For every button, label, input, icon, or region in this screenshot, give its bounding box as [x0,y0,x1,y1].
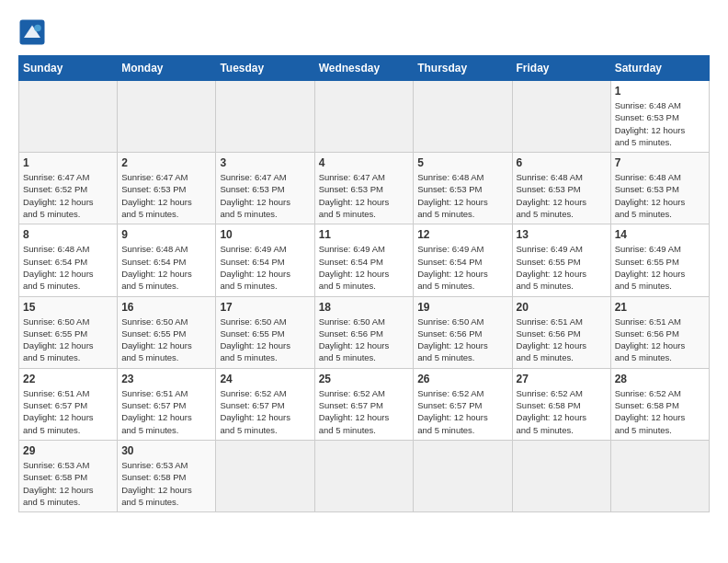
day-info: Sunrise: 6:47 AM Sunset: 6:53 PM Dayligh… [319,171,410,220]
day-info: Sunrise: 6:50 AM Sunset: 6:55 PM Dayligh… [121,316,211,364]
header-cell-sunday: Sunday [19,56,118,81]
calendar-cell: 3 Sunrise: 6:47 AM Sunset: 6:53 PM Dayli… [216,153,314,224]
day-info: Sunrise: 6:50 AM Sunset: 6:56 PM Dayligh… [417,316,507,364]
day-info: Sunrise: 6:48 AM Sunset: 6:53 PM Dayligh… [517,171,607,220]
header-cell-saturday: Saturday [610,56,709,81]
calendar-cell: 5 Sunrise: 6:48 AM Sunset: 6:53 PM Dayli… [414,153,512,224]
calendar-cell: 16 Sunrise: 6:50 AM Sunset: 6:55 PM Dayl… [118,296,216,368]
svg-point-2 [34,25,41,32]
day-number: 11 [319,228,410,241]
logo [18,18,48,46]
day-number: 25 [319,373,410,385]
day-number: 30 [121,444,211,457]
page-header [18,18,710,46]
day-number: 3 [220,156,310,169]
calendar-cell [414,440,512,511]
calendar-cell [610,440,709,511]
day-number: 20 [517,301,607,314]
calendar-cell [314,81,414,153]
day-info: Sunrise: 6:49 AM Sunset: 6:54 PM Dayligh… [220,243,310,292]
day-info: Sunrise: 6:47 AM Sunset: 6:52 PM Dayligh… [23,171,113,220]
calendar-table: SundayMondayTuesdayWednesdayThursdayFrid… [18,55,710,512]
day-info: Sunrise: 6:51 AM Sunset: 6:56 PM Dayligh… [517,316,607,364]
day-number: 29 [23,444,113,457]
day-number: 2 [121,156,211,169]
calendar-cell: 27 Sunrise: 6:52 AM Sunset: 6:58 PM Dayl… [512,368,610,440]
day-number: 5 [417,156,507,169]
calendar-cell: 2 Sunrise: 6:47 AM Sunset: 6:53 PM Dayli… [118,153,216,224]
day-number: 28 [615,373,705,385]
calendar-cell [512,440,610,511]
calendar-cell: 21 Sunrise: 6:51 AM Sunset: 6:56 PM Dayl… [610,296,709,368]
day-info: Sunrise: 6:49 AM Sunset: 6:54 PM Dayligh… [417,243,507,292]
week-row-1: 1 Sunrise: 6:48 AM Sunset: 6:53 PM Dayli… [19,81,710,153]
day-info: Sunrise: 6:49 AM Sunset: 6:54 PM Dayligh… [319,243,410,292]
header-cell-friday: Friday [512,56,610,81]
calendar-cell: 19 Sunrise: 6:50 AM Sunset: 6:56 PM Dayl… [414,296,512,368]
header-cell-thursday: Thursday [414,56,512,81]
day-number: 16 [121,301,211,314]
week-row-5: 22 Sunrise: 6:51 AM Sunset: 6:57 PM Dayl… [19,368,710,440]
day-info: Sunrise: 6:52 AM Sunset: 6:58 PM Dayligh… [615,387,705,436]
calendar-cell [512,81,610,153]
day-info: Sunrise: 6:51 AM Sunset: 6:57 PM Dayligh… [23,387,113,436]
day-number: 14 [615,228,705,241]
calendar-cell: 1 Sunrise: 6:47 AM Sunset: 6:52 PM Dayli… [19,153,118,224]
day-number: 26 [417,373,507,385]
day-number: 12 [417,228,507,241]
day-info: Sunrise: 6:48 AM Sunset: 6:53 PM Dayligh… [615,99,705,148]
day-info: Sunrise: 6:53 AM Sunset: 6:58 PM Dayligh… [23,459,113,508]
calendar-cell: 22 Sunrise: 6:51 AM Sunset: 6:57 PM Dayl… [19,368,118,440]
day-number: 13 [517,228,607,241]
day-info: Sunrise: 6:50 AM Sunset: 6:55 PM Dayligh… [220,316,310,364]
day-number: 1 [615,85,705,98]
day-number: 10 [220,228,310,241]
calendar-cell: 11 Sunrise: 6:49 AM Sunset: 6:54 PM Dayl… [314,224,414,296]
calendar-cell: 18 Sunrise: 6:50 AM Sunset: 6:56 PM Dayl… [314,296,414,368]
calendar-cell: 17 Sunrise: 6:50 AM Sunset: 6:55 PM Dayl… [216,296,314,368]
calendar-cell: 24 Sunrise: 6:52 AM Sunset: 6:57 PM Dayl… [216,368,314,440]
day-number: 9 [121,228,211,241]
calendar-cell [314,440,414,511]
calendar-cell: 29 Sunrise: 6:53 AM Sunset: 6:58 PM Dayl… [19,440,118,511]
day-info: Sunrise: 6:52 AM Sunset: 6:57 PM Dayligh… [319,387,410,436]
calendar-cell [19,81,118,153]
day-number: 27 [517,373,607,385]
day-number: 18 [319,301,410,314]
day-number: 17 [220,301,310,314]
header-cell-monday: Monday [118,56,216,81]
calendar-cell: 1 Sunrise: 6:48 AM Sunset: 6:53 PM Dayli… [610,81,709,153]
calendar-cell: 9 Sunrise: 6:48 AM Sunset: 6:54 PM Dayli… [118,224,216,296]
calendar-cell [216,440,314,511]
calendar-cell: 25 Sunrise: 6:52 AM Sunset: 6:57 PM Dayl… [314,368,414,440]
day-info: Sunrise: 6:48 AM Sunset: 6:53 PM Dayligh… [615,171,705,220]
calendar-cell: 15 Sunrise: 6:50 AM Sunset: 6:55 PM Dayl… [19,296,118,368]
calendar-cell: 7 Sunrise: 6:48 AM Sunset: 6:53 PM Dayli… [610,153,709,224]
calendar-cell: 12 Sunrise: 6:49 AM Sunset: 6:54 PM Dayl… [414,224,512,296]
day-number: 15 [23,301,113,314]
day-info: Sunrise: 6:49 AM Sunset: 6:55 PM Dayligh… [517,243,607,292]
header-cell-wednesday: Wednesday [314,56,414,81]
day-number: 4 [319,156,410,169]
day-info: Sunrise: 6:51 AM Sunset: 6:57 PM Dayligh… [121,387,211,436]
calendar-cell [414,81,512,153]
week-row-4: 15 Sunrise: 6:50 AM Sunset: 6:55 PM Dayl… [19,296,710,368]
day-number: 21 [615,301,705,314]
day-info: Sunrise: 6:47 AM Sunset: 6:53 PM Dayligh… [121,171,211,220]
day-info: Sunrise: 6:51 AM Sunset: 6:56 PM Dayligh… [615,316,705,364]
day-number: 19 [417,301,507,314]
day-number: 23 [121,373,211,385]
calendar-cell: 14 Sunrise: 6:49 AM Sunset: 6:55 PM Dayl… [610,224,709,296]
header-cell-tuesday: Tuesday [216,56,314,81]
header-row: SundayMondayTuesdayWednesdayThursdayFrid… [19,56,710,81]
week-row-3: 8 Sunrise: 6:48 AM Sunset: 6:54 PM Dayli… [19,224,710,296]
day-number: 22 [23,373,113,385]
calendar-cell: 13 Sunrise: 6:49 AM Sunset: 6:55 PM Dayl… [512,224,610,296]
calendar-cell: 4 Sunrise: 6:47 AM Sunset: 6:53 PM Dayli… [314,153,414,224]
day-info: Sunrise: 6:50 AM Sunset: 6:56 PM Dayligh… [319,316,410,364]
calendar-cell: 30 Sunrise: 6:53 AM Sunset: 6:58 PM Dayl… [118,440,216,511]
calendar-cell: 20 Sunrise: 6:51 AM Sunset: 6:56 PM Dayl… [512,296,610,368]
calendar-cell: 10 Sunrise: 6:49 AM Sunset: 6:54 PM Dayl… [216,224,314,296]
calendar-cell [118,81,216,153]
day-number: 1 [23,156,113,169]
